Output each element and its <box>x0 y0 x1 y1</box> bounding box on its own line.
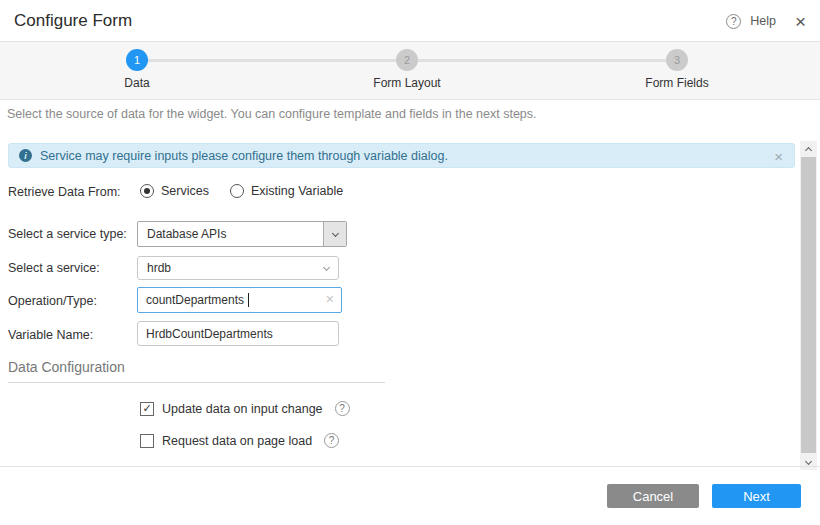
update-data-row: ✓ Update data on input change ? <box>140 401 350 416</box>
chevron-up-icon <box>805 146 812 153</box>
radio-existing-variable-label: Existing Variable <box>251 184 343 198</box>
operation-type-field: × <box>137 287 342 313</box>
step-circle-data[interactable]: 1 <box>126 49 148 71</box>
checkbox-update-data[interactable]: ✓ <box>140 402 154 416</box>
header-actions: ? Help × <box>726 0 806 42</box>
retrieve-data-radio-group: Services Existing Variable <box>140 184 357 198</box>
service-type-value: Database APIs <box>147 222 226 246</box>
operation-type-input[interactable] <box>138 288 341 312</box>
request-data-row: Request data on page load ? <box>140 433 339 448</box>
info-banner-text: Service may require inputs please config… <box>40 149 448 163</box>
service-value: hrdb <box>147 257 171 279</box>
help-tooltip-icon[interactable]: ? <box>324 433 339 448</box>
step-circle-form-fields[interactable]: 3 <box>666 49 688 71</box>
scroll-down-button[interactable] <box>800 455 817 470</box>
step-description: Select the source of data for the widget… <box>7 107 537 121</box>
service-label: Select a service: <box>8 261 100 275</box>
banner-close-icon[interactable]: × <box>774 148 783 165</box>
step-number: 1 <box>134 54 140 66</box>
step-number: 3 <box>674 54 680 66</box>
chevron-down-icon <box>805 457 812 464</box>
help-icon-glyph: ? <box>731 16 737 27</box>
scroll-up-button[interactable] <box>800 141 817 156</box>
service-type-select[interactable]: Database APIs <box>137 221 347 247</box>
checkbox-update-data-label: Update data on input change <box>162 402 323 416</box>
step-label-form-fields: Form Fields <box>607 76 747 90</box>
next-button[interactable]: Next <box>712 484 801 508</box>
radio-existing-variable[interactable] <box>230 184 244 198</box>
question-glyph: ? <box>329 435 335 446</box>
info-icon: i <box>19 149 32 162</box>
wizard-stepper: 1 2 3 Data Form Layout Form Fields <box>0 42 820 100</box>
clear-icon[interactable]: × <box>326 292 334 306</box>
variable-name-label: Variable Name: <box>8 328 93 342</box>
checkbox-request-data[interactable] <box>140 434 154 448</box>
text-cursor <box>248 293 249 307</box>
retrieve-data-from-label: Retrieve Data From: <box>8 185 121 199</box>
info-banner: i Service may require inputs please conf… <box>8 143 795 168</box>
step-label-form-layout: Form Layout <box>337 76 477 90</box>
cancel-button[interactable]: Cancel <box>607 484 699 508</box>
chevron-down-icon <box>323 264 330 271</box>
chevron-down-icon <box>331 229 338 236</box>
variable-name-input[interactable] <box>138 322 338 345</box>
question-glyph: ? <box>339 403 345 414</box>
dialog-header: Configure Form ? Help × <box>0 0 820 42</box>
radio-services[interactable] <box>140 184 154 198</box>
service-type-dropdown-button[interactable] <box>323 222 346 246</box>
help-link[interactable]: Help <box>750 14 776 28</box>
data-configuration-heading: Data Configuration <box>8 359 125 375</box>
service-type-label: Select a service type: <box>8 227 127 241</box>
vertical-scrollbar[interactable] <box>800 141 817 470</box>
close-icon[interactable]: × <box>795 12 806 31</box>
page-title: Configure Form <box>14 0 132 42</box>
section-divider <box>8 382 385 383</box>
radio-services-label: Services <box>161 184 209 198</box>
operation-type-label: Operation/Type: <box>8 294 97 308</box>
service-select[interactable]: hrdb <box>137 256 339 280</box>
checkbox-request-data-label: Request data on page load <box>162 434 312 448</box>
help-tooltip-icon[interactable]: ? <box>335 401 350 416</box>
scrollbar-thumb[interactable] <box>801 157 816 453</box>
step-label-data: Data <box>67 76 207 90</box>
variable-name-field <box>137 321 339 346</box>
step-number: 2 <box>404 54 410 66</box>
step-circle-form-layout[interactable]: 2 <box>396 49 418 71</box>
footer-divider <box>0 466 820 467</box>
configure-form-dialog: Configure Form ? Help × 1 2 3 Data Form … <box>0 0 820 525</box>
check-icon: ✓ <box>142 402 151 415</box>
help-icon[interactable]: ? <box>726 14 741 29</box>
